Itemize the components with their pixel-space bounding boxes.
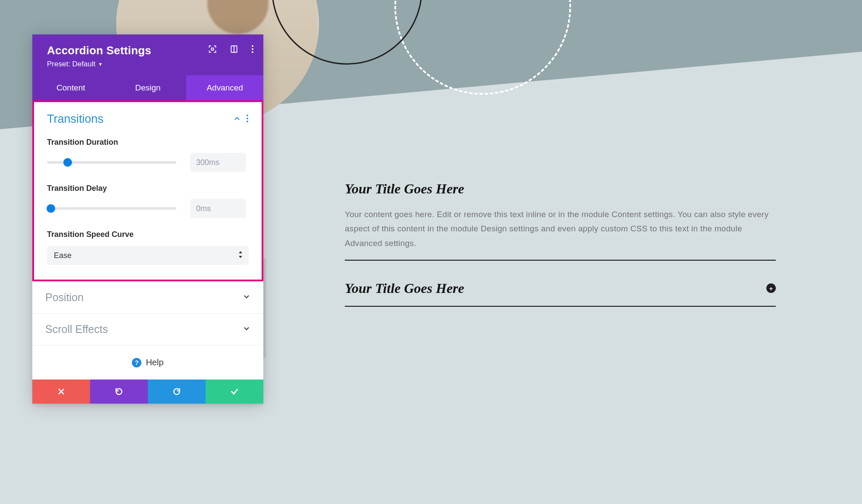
section-position[interactable]: Position [32, 281, 263, 313]
save-button[interactable] [206, 380, 263, 404]
section-label: Position [45, 291, 84, 304]
field-label-curve: Transition Speed Curve [47, 230, 249, 239]
field-label-delay: Transition Delay [47, 184, 249, 193]
section-scroll-effects[interactable]: Scroll Effects [32, 313, 263, 345]
chevron-down-icon: ▼ [98, 62, 103, 67]
tab-content[interactable]: Content [32, 75, 109, 100]
delay-value-input[interactable]: 0ms [190, 199, 246, 218]
expand-panel-icon[interactable] [208, 45, 217, 53]
chevron-down-icon [243, 325, 250, 334]
preset-selector[interactable]: Preset: Default ▼ [47, 60, 249, 68]
accordion-title[interactable]: Your Title Goes Here [345, 181, 464, 197]
chevron-down-icon [243, 293, 250, 302]
svg-point-5 [252, 51, 253, 53]
field-label-duration: Transition Duration [47, 138, 249, 147]
help-label: Help [146, 358, 163, 367]
slider-thumb[interactable] [47, 204, 55, 213]
expand-icon[interactable]: + [766, 283, 776, 293]
undo-button[interactable] [90, 380, 148, 404]
svg-point-8 [247, 121, 248, 122]
accordion-item[interactable]: Your Title Goes Here Your content goes h… [345, 181, 776, 261]
accordion-preview: Your Title Goes Here Your content goes h… [345, 181, 776, 327]
panel-header: Accordion Settings Preset: Default ▼ [32, 34, 263, 75]
slider-thumb[interactable] [63, 158, 72, 167]
tab-advanced[interactable]: Advanced [186, 75, 263, 100]
duration-value-input[interactable]: 300ms [190, 153, 246, 172]
duration-slider[interactable] [47, 161, 176, 164]
section-label: Scroll Effects [45, 323, 108, 336]
collapse-section-icon[interactable] [233, 115, 241, 124]
panel-tabs: Content Design Advanced [32, 75, 263, 100]
accordion-item[interactable]: Your Title Goes Here + [345, 280, 776, 307]
panel-footer [32, 380, 263, 404]
settings-panel: Accordion Settings Preset: Default ▼ Con… [32, 34, 263, 404]
svg-rect-0 [212, 48, 214, 50]
cancel-button[interactable] [32, 380, 90, 404]
svg-point-4 [252, 48, 253, 50]
responsive-view-icon[interactable] [230, 45, 238, 53]
help-row[interactable]: ? Help [32, 345, 263, 380]
curve-select[interactable]: Ease [47, 246, 249, 265]
select-caret-icon [238, 251, 243, 260]
section-more-icon[interactable] [246, 114, 249, 124]
help-icon: ? [132, 358, 141, 367]
redo-button[interactable] [148, 380, 206, 404]
section-heading[interactable]: Transitions [47, 112, 103, 126]
svg-point-6 [247, 115, 248, 116]
accordion-title[interactable]: Your Title Goes Here [345, 280, 464, 296]
preset-label: Preset: Default [47, 60, 95, 68]
svg-marker-9 [239, 251, 242, 253]
svg-point-7 [247, 118, 248, 119]
more-options-icon[interactable] [251, 45, 254, 53]
section-transitions: Transitions Transition Duration 300ms Tr [32, 100, 263, 281]
svg-marker-10 [239, 256, 242, 258]
tab-design[interactable]: Design [109, 75, 187, 100]
svg-point-3 [252, 45, 253, 47]
accordion-body[interactable]: Your content goes here. Edit or remove t… [345, 207, 776, 250]
curve-value: Ease [54, 251, 72, 260]
delay-slider[interactable] [47, 207, 176, 210]
